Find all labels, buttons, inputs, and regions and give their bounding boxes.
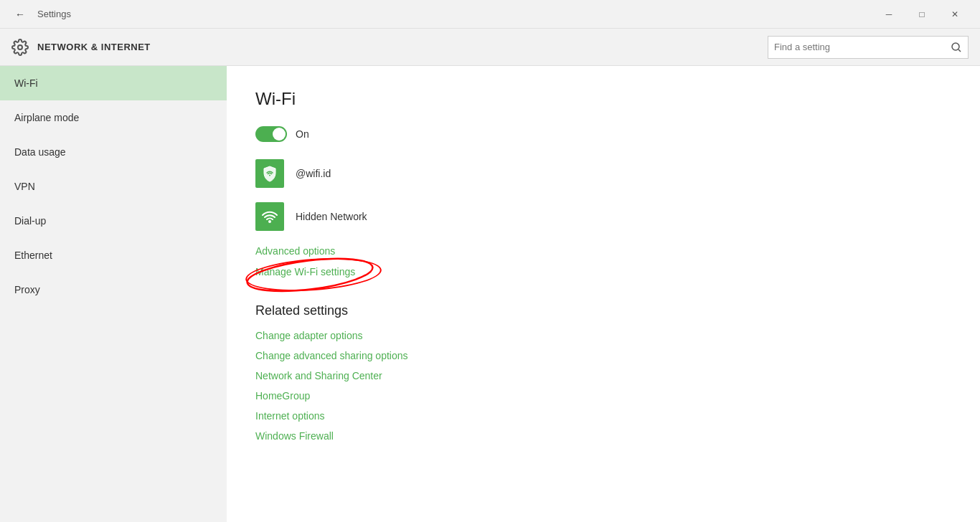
network-item-hidden[interactable]: Hidden Network (255, 202, 951, 231)
sidebar-item-dialup-label: Dial-up (14, 215, 46, 227)
link-windows-firewall[interactable]: Windows Firewall (255, 430, 951, 442)
sidebar-item-ethernet-label: Ethernet (14, 250, 52, 261)
svg-line-2 (958, 49, 961, 52)
sidebar-item-proxy-label: Proxy (14, 284, 40, 295)
sidebar-item-wifi-label: Wi-Fi (14, 77, 38, 89)
title-bar-left: ← Settings (9, 3, 872, 26)
advanced-options-link[interactable]: Advanced options (255, 245, 951, 257)
network-name-hidden: Hidden Network (296, 211, 367, 222)
sidebar-item-airplane-label: Airplane mode (14, 112, 79, 123)
settings-icon (11, 39, 29, 56)
maximize-button[interactable]: □ (905, 0, 938, 29)
wifi-toggle-row: On (255, 126, 951, 142)
page-title: Wi-Fi (255, 89, 951, 109)
network-name-wifiid: @wifi.id (296, 168, 331, 179)
network-icon-wifiid (255, 159, 284, 188)
svg-point-3 (269, 175, 270, 176)
svg-point-1 (952, 43, 959, 50)
network-item-wifiid[interactable]: @wifi.id (255, 159, 951, 188)
manage-wifi-wrapper: Manage Wi-Fi settings (255, 266, 355, 277)
sidebar-item-datausage-label: Data usage (14, 146, 66, 158)
sidebar-item-wifi[interactable]: Wi-Fi (0, 66, 227, 100)
svg-point-4 (268, 220, 271, 223)
back-button[interactable]: ← (9, 3, 32, 26)
sidebar-item-dialup[interactable]: Dial-up (0, 204, 227, 238)
app-title: NETWORK & INTERNET (37, 42, 768, 52)
link-change-sharing[interactable]: Change advanced sharing options (255, 350, 951, 361)
app-header: NETWORK & INTERNET (0, 29, 980, 66)
content-area: Wi-Fi On @wifi.id (227, 66, 980, 522)
related-settings-title: Related settings (255, 303, 951, 318)
svg-point-0 (18, 45, 22, 49)
sidebar-item-proxy[interactable]: Proxy (0, 272, 227, 307)
network-icon-hidden (255, 202, 284, 231)
sidebar-item-datausage[interactable]: Data usage (0, 135, 227, 169)
window-controls: ─ □ ✕ (872, 0, 971, 29)
sidebar-item-airplane[interactable]: Airplane mode (0, 100, 227, 135)
wifi-toggle[interactable] (255, 126, 287, 142)
sidebar: Wi-Fi Airplane mode Data usage VPN Dial-… (0, 66, 227, 522)
sidebar-item-vpn[interactable]: VPN (0, 169, 227, 204)
close-button[interactable]: ✕ (938, 0, 971, 29)
link-change-adapter[interactable]: Change adapter options (255, 330, 951, 341)
link-homegroup[interactable]: HomeGroup (255, 390, 951, 402)
search-icon[interactable] (945, 36, 968, 59)
manage-wifi-link[interactable]: Manage Wi-Fi settings (255, 266, 355, 277)
link-network-sharing-center[interactable]: Network and Sharing Center (255, 370, 951, 381)
search-box[interactable] (768, 36, 969, 59)
title-bar-title: Settings (37, 9, 71, 19)
title-bar: ← Settings ─ □ ✕ (0, 0, 980, 29)
link-internet-options[interactable]: Internet options (255, 410, 951, 422)
search-input[interactable] (768, 42, 945, 52)
main-layout: Wi-Fi Airplane mode Data usage VPN Dial-… (0, 66, 980, 522)
wifi-toggle-label: On (296, 128, 309, 140)
minimize-button[interactable]: ─ (872, 0, 905, 29)
sidebar-item-vpn-label: VPN (14, 181, 35, 192)
sidebar-item-ethernet[interactable]: Ethernet (0, 238, 227, 272)
